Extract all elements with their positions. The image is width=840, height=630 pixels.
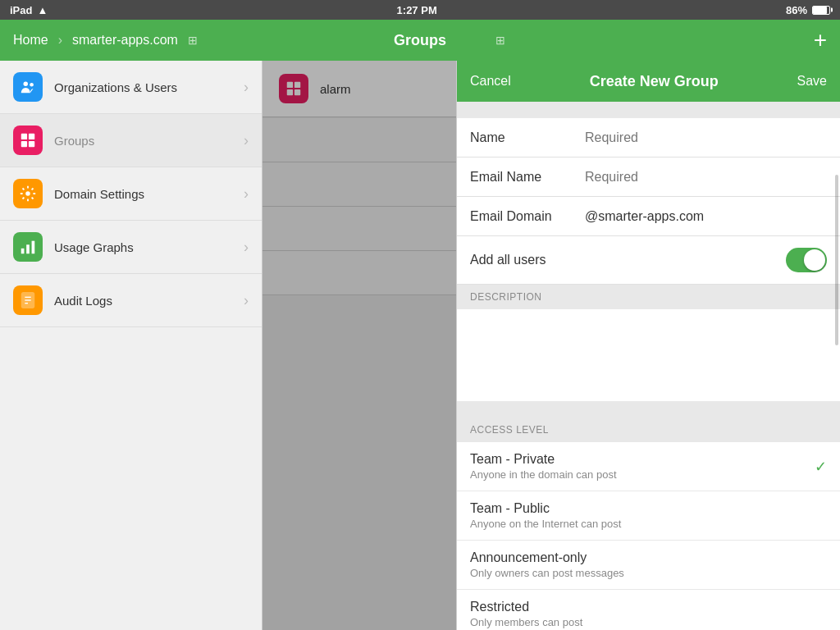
sidebar-label-groups: Groups: [54, 134, 94, 148]
access-sub-restricted: Only members can post: [470, 616, 827, 628]
access-sub-team-public: Anyone on the Internet can post: [470, 518, 827, 530]
groups-icon: [13, 126, 43, 155]
name-input[interactable]: [585, 130, 827, 145]
add-all-users-row: Add all users: [457, 236, 840, 285]
svg-rect-3: [29, 134, 34, 139]
nav-separator: ›: [58, 33, 62, 48]
email-domain-field-row: Email Domain @smarter-apps.com: [457, 197, 840, 236]
modal-title: Create New Group: [590, 73, 719, 90]
form-spacer-mid: [457, 401, 840, 418]
description-header: DESCRIPTION: [457, 285, 840, 309]
usage-graphs-chevron: ›: [244, 239, 249, 256]
battery-label: 86%: [786, 4, 807, 16]
description-input[interactable]: [470, 321, 827, 386]
ipad-label: iPad: [10, 4, 32, 16]
svg-point-0: [24, 82, 29, 87]
name-field-row: Name: [457, 118, 840, 158]
access-level-header: ACCESS LEVEL: [457, 418, 840, 442]
sidebar-label-audit-logs: Audit Logs: [54, 294, 112, 308]
email-name-input[interactable]: [585, 170, 827, 185]
save-button[interactable]: Save: [797, 74, 827, 89]
access-item-team-public[interactable]: Team - Public Anyone on the Internet can…: [457, 491, 840, 541]
toggle-knob: [804, 249, 825, 271]
sidebar-label-domain-settings: Domain Settings: [54, 187, 144, 201]
access-item-restricted[interactable]: Restricted Only members can post: [457, 590, 840, 630]
sidebar: Organizations & Users › Groups › Domain …: [0, 61, 262, 630]
status-bar: iPad ▲ 1:27 PM 86%: [0, 0, 840, 20]
status-right: 86%: [786, 4, 830, 16]
svg-rect-2: [21, 134, 27, 139]
audit-logs-icon: [13, 285, 43, 315]
access-title-team-private: Team - Private: [470, 452, 827, 467]
navigation-bar: Home › smarter-apps.com ⊞ Groups ⊞ +: [0, 20, 840, 61]
sidebar-item-audit-logs[interactable]: Audit Logs ›: [0, 274, 262, 327]
access-item-announcement[interactable]: Announcement-only Only owners can post m…: [457, 541, 840, 590]
nav-title: Groups: [394, 32, 446, 49]
add-all-users-toggle[interactable]: [786, 248, 827, 272]
cancel-button[interactable]: Cancel: [470, 74, 511, 89]
sidebar-label-org-users: Organizations & Users: [54, 80, 177, 94]
email-name-field-row: Email Name: [457, 158, 840, 197]
wifi-icon: ▲: [37, 4, 48, 16]
sidebar-item-groups[interactable]: Groups ›: [0, 114, 262, 167]
main-layout: Organizations & Users › Groups › Domain …: [0, 61, 840, 630]
access-sub-announcement: Only owners can post messages: [470, 567, 827, 579]
access-title-team-public: Team - Public: [470, 501, 827, 516]
access-title-announcement: Announcement-only: [470, 550, 827, 565]
usage-graphs-icon: [13, 232, 43, 262]
email-name-label: Email Name: [470, 170, 585, 185]
svg-rect-7: [21, 249, 25, 253]
domain-settings-chevron: ›: [244, 185, 249, 203]
sidebar-label-usage-graphs: Usage Graphs: [54, 240, 134, 254]
modal-body: Name Email Name Email Domain @smarter-ap…: [457, 102, 840, 630]
svg-rect-5: [29, 141, 34, 147]
form-spacer-top: [457, 102, 840, 118]
status-left: iPad ▲: [10, 4, 48, 16]
email-domain-value: @smarter-apps.com: [585, 209, 827, 224]
description-textarea[interactable]: [457, 309, 840, 401]
add-all-users-label: Add all users: [470, 253, 585, 267]
sidebar-item-usage-graphs[interactable]: Usage Graphs ›: [0, 221, 262, 274]
scroll-indicator: [835, 175, 838, 345]
svg-rect-4: [21, 141, 27, 147]
battery-icon: [812, 6, 830, 15]
create-group-modal: Cancel Create New Group Save Name Email …: [456, 61, 840, 630]
name-label: Name: [470, 130, 585, 145]
add-group-button[interactable]: +: [814, 29, 827, 52]
domain-settings-icon: [13, 179, 43, 208]
home-button[interactable]: Home: [13, 33, 48, 48]
sidebar-item-org-users[interactable]: Organizations & Users ›: [0, 61, 262, 114]
access-sub-team-private: Anyone in the domain can post: [470, 468, 827, 481]
access-check-team-private: ✓: [815, 458, 827, 476]
groups-chevron: ›: [244, 132, 249, 149]
sidebar-item-domain-settings[interactable]: Domain Settings ›: [0, 167, 262, 221]
svg-rect-8: [26, 244, 30, 253]
email-domain-label: Email Domain: [470, 209, 585, 224]
audit-logs-chevron: ›: [244, 292, 249, 309]
svg-rect-9: [32, 241, 35, 254]
access-title-restricted: Restricted: [470, 600, 827, 614]
grid-icon-right: ⊞: [495, 34, 505, 47]
svg-point-1: [30, 83, 34, 87]
org-users-icon: [13, 72, 43, 102]
svg-point-6: [25, 191, 30, 196]
org-users-chevron: ›: [244, 79, 249, 96]
battery-fill: [813, 7, 827, 14]
modal-header: Cancel Create New Group Save: [457, 61, 840, 102]
breadcrumb[interactable]: smarter-apps.com: [72, 33, 178, 48]
time-display: 1:27 PM: [397, 4, 437, 16]
content-area: alarm › › › › › Cancel Create New Group …: [262, 61, 840, 630]
access-item-team-private[interactable]: Team - Private Anyone in the domain can …: [457, 442, 840, 491]
grid-icon: ⊞: [188, 34, 198, 47]
